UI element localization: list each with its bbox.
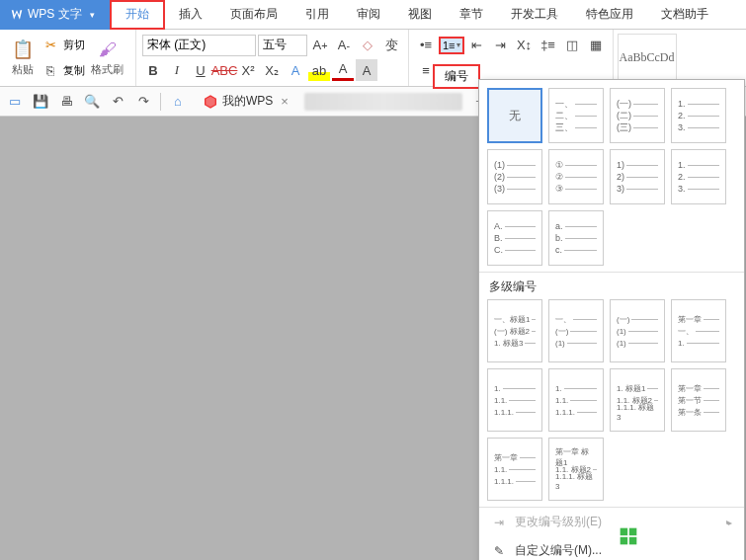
- char-shading-icon[interactable]: A: [356, 59, 377, 81]
- tab-view[interactable]: 视图: [394, 0, 446, 30]
- tab-sections[interactable]: 章节: [446, 0, 497, 30]
- numbering-tooltip-label: 编号: [433, 64, 480, 89]
- watermark-url: www.ycwjzy.com: [644, 538, 734, 548]
- clear-format-icon[interactable]: ◇: [357, 35, 378, 56]
- watermark-brand: 纯净版系统之家: [644, 524, 734, 538]
- svg-rect-3: [629, 537, 637, 545]
- multilevel-option-3[interactable]: 第一章一、1.: [671, 299, 726, 362]
- subscript-button[interactable]: X₂: [261, 59, 283, 81]
- underline-button[interactable]: U: [190, 59, 211, 81]
- font-group: A+ A- ◇ 变 B I U ABC X² X₂ A ab A A: [136, 30, 409, 86]
- new-icon[interactable]: ▭: [6, 93, 24, 111]
- numbering-option-7[interactable]: A.B.C.: [487, 210, 542, 266]
- numbering-option-1[interactable]: (一)(二)(三): [610, 88, 665, 143]
- numbering-option-4[interactable]: ①②③: [548, 149, 604, 204]
- highlight-icon[interactable]: ab: [308, 59, 330, 81]
- format-painter-icon: 🖌: [99, 40, 117, 60]
- indent-icon: ⇥: [491, 516, 507, 529]
- decrease-font-icon[interactable]: A-: [333, 35, 355, 56]
- clipboard-group: 📋 粘贴 ✂ 剪切 ⎘ 复制 🖌 格式刷: [0, 30, 136, 86]
- print-icon[interactable]: 🖶: [57, 93, 75, 111]
- svg-rect-2: [621, 537, 628, 545]
- multilevel-option-1[interactable]: 一、(一)(1): [548, 299, 604, 362]
- tab-doc-helper[interactable]: 文档助手: [647, 0, 722, 30]
- svg-rect-0: [621, 528, 628, 536]
- tab-page-layout[interactable]: 页面布局: [216, 0, 291, 30]
- wps-w-icon: [10, 8, 24, 22]
- watermark: 纯净版系统之家 www.ycwjzy.com: [619, 524, 734, 548]
- print-preview-icon[interactable]: 🔍: [83, 93, 101, 111]
- bold-button[interactable]: B: [142, 59, 164, 81]
- numbering-dropdown-panel: 无 一、二、三、(一)(二)(三)1.2.3.(1)(2)(3)①②③1)2)3…: [478, 79, 745, 560]
- title-bar: WPS 文字 ▾ 开始 插入 页面布局 引用 审阅 视图 章节 开发工具 特色应…: [0, 0, 746, 30]
- shading-icon[interactable]: ◫: [561, 35, 583, 56]
- italic-button[interactable]: I: [166, 59, 188, 81]
- multilevel-option-5[interactable]: 1.1.1.1.1.1.: [548, 368, 604, 432]
- tab-dev-tools[interactable]: 开发工具: [497, 0, 572, 30]
- multilevel-header: 多级编号: [479, 272, 744, 299]
- sort-icon[interactable]: X↕: [514, 35, 536, 56]
- ribbon-tabs: 开始 插入 页面布局 引用 审阅 视图 章节 开发工具 特色应用 文档助手: [110, 0, 722, 30]
- style-normal[interactable]: AaBbCcDd: [618, 34, 677, 81]
- app-name: WPS 文字: [28, 6, 82, 23]
- wps-cube-icon: [203, 94, 218, 110]
- undo-icon[interactable]: ↶: [109, 93, 126, 111]
- tab-start[interactable]: 开始: [110, 0, 165, 30]
- tab-references[interactable]: 引用: [291, 0, 343, 30]
- home-icon[interactable]: ⌂: [169, 93, 187, 111]
- multilevel-option-6[interactable]: 1. 标题11.1. 标题21.1.1. 标题3: [610, 368, 665, 432]
- numbering-button[interactable]: 1≡ ▾: [439, 37, 464, 54]
- app-logo[interactable]: WPS 文字 ▾: [0, 0, 110, 30]
- increase-font-icon[interactable]: A+: [309, 35, 331, 56]
- numbering-option-none[interactable]: 无: [487, 88, 542, 143]
- cut-label[interactable]: 剪切: [63, 38, 85, 52]
- format-painter-button[interactable]: 🖌 格式刷: [85, 38, 129, 79]
- increase-indent-icon[interactable]: ⇥: [490, 35, 512, 56]
- numbering-option-3[interactable]: (1)(2)(3): [487, 149, 542, 204]
- separator: [160, 93, 161, 111]
- numbering-option-8[interactable]: a.b.c.: [548, 210, 604, 266]
- pencil-icon: ✎: [491, 544, 507, 558]
- text-effects-icon[interactable]: A: [285, 59, 306, 81]
- tab-review[interactable]: 审阅: [343, 0, 394, 30]
- strikethrough-button[interactable]: ABC: [213, 59, 235, 81]
- multilevel-numbering-grid: 一、标题1(一) 标题21. 标题3一、(一)(1)(一)(1)(1)第一章一、…: [479, 299, 744, 507]
- watermark-logo-icon: [619, 526, 638, 546]
- multilevel-option-8[interactable]: 第一章1.1.1.1.1.: [487, 438, 542, 501]
- save-icon[interactable]: 💾: [32, 93, 49, 111]
- font-name-select[interactable]: [142, 35, 256, 56]
- superscript-button[interactable]: X²: [237, 59, 259, 81]
- borders-icon[interactable]: ▦: [585, 35, 607, 56]
- numbering-option-2[interactable]: 1.2.3.: [671, 88, 726, 143]
- pinyin-icon[interactable]: 变: [380, 35, 402, 56]
- paste-button[interactable]: 📋 粘贴: [6, 37, 40, 79]
- copy-icon[interactable]: ⎘: [40, 60, 61, 82]
- document-tab-blurred[interactable]: [304, 93, 462, 111]
- multilevel-option-2[interactable]: (一)(1)(1): [610, 299, 665, 362]
- copy-label[interactable]: 复制: [63, 63, 85, 78]
- paste-icon: 📋: [12, 39, 34, 60]
- close-icon[interactable]: ×: [281, 94, 289, 109]
- numbering-option-0[interactable]: 一、二、三、: [548, 88, 604, 143]
- multilevel-option-0[interactable]: 一、标题1(一) 标题21. 标题3: [487, 299, 542, 362]
- simple-numbering-grid: 无 一、二、三、(一)(二)(三)1.2.3.(1)(2)(3)①②③1)2)3…: [479, 80, 744, 272]
- cut-icon[interactable]: ✂: [40, 35, 61, 56]
- redo-icon[interactable]: ↷: [134, 93, 152, 111]
- decrease-indent-icon[interactable]: ⇤: [466, 35, 488, 56]
- multilevel-option-4[interactable]: 1.1.1.1.1.1.: [487, 368, 542, 432]
- tab-special[interactable]: 特色应用: [572, 0, 647, 30]
- app-dropdown-icon[interactable]: ▾: [86, 10, 100, 20]
- font-size-select[interactable]: [258, 35, 307, 56]
- chevron-down-icon: ▾: [456, 40, 460, 49]
- numbering-option-6[interactable]: 1.2.3.: [671, 149, 726, 204]
- bullets-icon[interactable]: •≡: [415, 35, 437, 56]
- font-color-icon[interactable]: A: [332, 59, 354, 81]
- multilevel-option-9[interactable]: 第一章 标题11.1. 标题21.1.1. 标题3: [548, 438, 604, 501]
- numbering-icon: 1≡: [443, 40, 456, 51]
- tab-insert[interactable]: 插入: [165, 0, 216, 30]
- my-wps-tab[interactable]: 我的WPS ×: [195, 93, 296, 110]
- paragraph-group: •≡ 1≡ ▾ 编号 ⇤ ⇥ X↕ ‡≡ ◫ ▦ ≡: [409, 30, 614, 86]
- numbering-option-5[interactable]: 1)2)3): [610, 149, 665, 204]
- multilevel-option-7[interactable]: 第一章第一节第一条: [671, 368, 726, 432]
- line-spacing-icon[interactable]: ‡≡: [538, 35, 559, 56]
